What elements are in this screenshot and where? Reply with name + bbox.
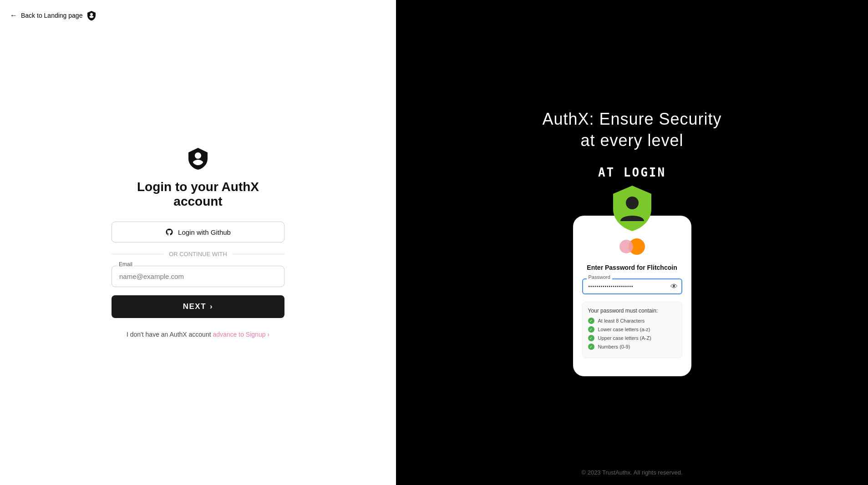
phone-card: Enter Password for Flitchcoin Password •… — [573, 216, 691, 376]
promo-title: AuthX: Ensure Securityat every level — [542, 109, 721, 152]
email-input[interactable] — [112, 266, 284, 287]
req-text-lowercase: Lower case letters (a-z) — [598, 327, 650, 332]
toggle-area — [619, 238, 645, 255]
next-button[interactable]: Next › — [112, 295, 284, 318]
req-text-numbers: Numbers (0-9) — [598, 344, 630, 349]
login-form-container: Login to your AuthX account Login with G… — [112, 147, 284, 338]
password-display: •••••••••••••••••••••• — [582, 278, 682, 294]
at-login-label: AT LOGIN — [598, 166, 666, 179]
password-label: Password — [587, 274, 612, 280]
next-btn-label: Next — [183, 302, 206, 311]
back-link-shield-icon — [86, 10, 97, 21]
right-panel: AuthX: Ensure Securityat every level AT … — [396, 0, 868, 485]
footer-copyright: © 2023 TrustAuthx. All rights reserved. — [581, 469, 682, 476]
signup-static-text: I don't have an AuthX account — [127, 331, 211, 338]
req-dot-length: ✓ — [588, 318, 594, 324]
enter-password-label: Enter Password for Flitchcoin — [587, 264, 677, 271]
signup-prompt: I don't have an AuthX account advance to… — [127, 331, 269, 338]
back-link-text: Back to Landing page — [21, 12, 82, 19]
github-btn-label: Login with Github — [178, 228, 231, 236]
divider-text: OR CONTINUE WITH — [169, 251, 227, 258]
login-title: Login to your AuthX account — [112, 180, 284, 209]
req-item-uppercase: ✓ Upper case letters (A-Z) — [588, 335, 676, 341]
req-item-lowercase: ✓ Lower case letters (a-z) — [588, 326, 676, 333]
eye-toggle-icon[interactable]: 👁 — [670, 283, 678, 291]
phone-mockup-container: AT LOGIN Enter Password for Flitchcoin — [573, 166, 691, 376]
req-dot-lowercase: ✓ — [588, 326, 594, 333]
req-dot-uppercase: ✓ — [588, 335, 594, 341]
back-arrow-icon: ← — [10, 11, 17, 20]
left-panel: ← Back to Landing page Login to your Aut… — [0, 0, 396, 485]
signup-link-text: advance to Signup — [213, 331, 265, 338]
password-dots: •••••••••••••••••••••• — [589, 284, 634, 289]
req-text-length: At least 8 Characters — [598, 318, 645, 323]
github-icon — [165, 228, 173, 236]
req-item-numbers: ✓ Numbers (0-9) — [588, 344, 676, 350]
req-text-uppercase: Upper case letters (A-Z) — [598, 335, 651, 341]
back-to-landing-link[interactable]: ← Back to Landing page — [10, 10, 97, 21]
svg-point-0 — [626, 197, 639, 209]
signup-chevron-icon: › — [267, 331, 269, 338]
advance-to-signup-link[interactable]: advance to Signup › — [213, 331, 269, 338]
divider: OR CONTINUE WITH — [112, 251, 284, 258]
req-title: Your password must contain: — [588, 308, 676, 314]
email-field-wrapper: Email — [112, 266, 284, 287]
req-dot-numbers: ✓ — [588, 344, 594, 350]
password-requirements: Your password must contain: ✓ At least 8… — [582, 302, 682, 358]
req-item-length: ✓ At least 8 Characters — [588, 318, 676, 324]
password-field-container: Password •••••••••••••••••••••• 👁 — [582, 278, 682, 294]
email-label: Email — [117, 261, 134, 268]
promo-title-text: AuthX: Ensure Securityat every level — [542, 110, 721, 150]
next-chevron-icon: › — [210, 302, 213, 311]
github-login-button[interactable]: Login with Github — [112, 222, 284, 242]
authx-logo — [186, 147, 210, 171]
shield-person-icon — [609, 184, 655, 234]
toggle-circle-pink — [619, 240, 633, 253]
